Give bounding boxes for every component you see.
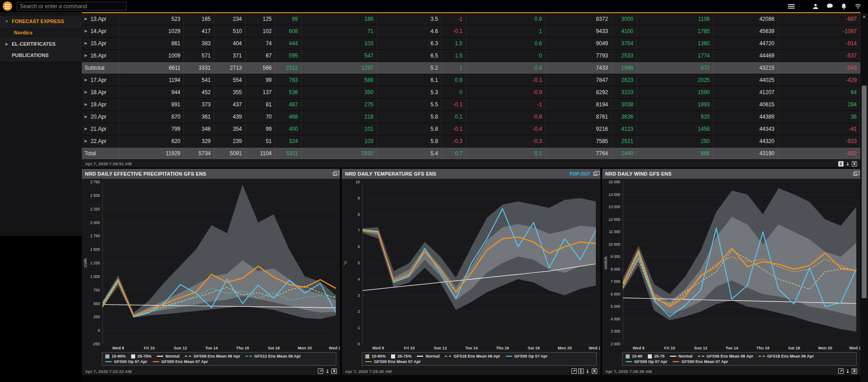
download-icon[interactable]: ↓ — [585, 368, 590, 374]
table-cell: -914 — [778, 38, 860, 49]
svg-text:Tue 14: Tue 14 — [726, 346, 738, 350]
svg-text:10 000: 10 000 — [609, 242, 620, 247]
table-row[interactable]: Total11929573450911104531129325.40.70.17… — [82, 148, 860, 160]
svg-text:Mon 20: Mon 20 — [818, 346, 832, 350]
legend-item: 10-90 — [626, 354, 642, 358]
table-row[interactable]: ▶21.Apr799346354994001015.8-0.1-0.492164… — [82, 123, 860, 135]
legend-label: GFS00 Op 07 Apr — [634, 359, 668, 364]
table-row[interactable]: ▶14.Apr1029417510102608714.6-0.119433410… — [82, 25, 860, 38]
external-link-icon[interactable]: ↗ — [318, 368, 323, 374]
row-expand-icon[interactable]: ▶ — [85, 50, 87, 62]
table-cell: 350 — [302, 86, 377, 98]
table-row[interactable]: ▶22.Apr620329239513241035.8-0.3-0.375852… — [82, 135, 860, 148]
table-cell: 5734 — [184, 148, 214, 159]
row-expand-icon[interactable]: ▶ — [85, 38, 87, 49]
external-link-icon[interactable]: ↗ — [838, 368, 844, 374]
sidebar-item-el-certificates[interactable]: ▶EL-CERTIFICATES — [0, 38, 82, 50]
table-row[interactable]: ▶20.Apr870361439704682185.80.1-0.6876136… — [82, 111, 860, 123]
popout-icon[interactable] — [853, 172, 857, 176]
table-row[interactable]: ▶16.Apr1009571371675955476.51.5077932533… — [82, 50, 860, 62]
table-cell: 44720 — [713, 38, 778, 49]
table-cell: 44389 — [713, 111, 778, 123]
bell-icon[interactable] — [841, 3, 847, 10]
chart-legend: 10-90%25-75%NormalGFS06 Ens Mean 06 AprG… — [102, 352, 336, 366]
svg-text:GWh: GWh — [83, 258, 88, 268]
vertical-scrollbar[interactable]: ▲ — [860, 13, 868, 382]
table-cell: 1029 — [119, 25, 184, 37]
popout-link[interactable]: POP-OUT — [570, 172, 590, 177]
external-link-icon[interactable]: ↗ — [571, 368, 577, 374]
scrollbar-thumb[interactable] — [862, 86, 867, 298]
excel-export-icon[interactable]: X — [852, 161, 857, 167]
info-icon[interactable]: i — [838, 161, 844, 167]
table-cell: -402 — [778, 148, 860, 159]
chart-plot[interactable]: -25002505007501 0001 2501 5001 7502 0002… — [82, 179, 340, 351]
download-icon[interactable]: ↓ — [845, 368, 850, 374]
table-cell: 487 — [275, 99, 302, 110]
table-cell: 1458 — [637, 123, 713, 135]
row-expand-icon[interactable]: ▶ — [85, 135, 87, 147]
chart-footer: Apr 7, 2020 7:25:30 AM↗1↓X — [342, 367, 600, 375]
wifi-icon[interactable] — [854, 3, 862, 9]
download-icon[interactable]: ↓ — [325, 368, 330, 374]
table-row[interactable]: ▶17.Apr1194541554997835886.10.9-0.178472… — [82, 74, 860, 86]
svg-text:3: 3 — [358, 293, 360, 298]
chart-plot[interactable]: 012345678910Wed 8Fri 10Sun 12Tue 14Thu 1… — [342, 179, 600, 351]
table-row[interactable]: ▶19.Apr891373437814872755.5-0.1-18194303… — [82, 99, 860, 111]
table-row[interactable]: Subtotal661133312713566231212975.210.474… — [82, 62, 860, 74]
table-cell: 64 — [778, 86, 860, 98]
svg-text:6 000: 6 000 — [610, 292, 620, 296]
row-label-cell: ▶15.Apr — [82, 38, 119, 49]
legend-label: 25-75% — [137, 354, 151, 358]
chart-header-actions — [853, 172, 857, 176]
svg-text:Thu 16: Thu 16 — [496, 346, 509, 350]
table-cell: 0.6 — [466, 38, 546, 49]
legend-label: Normal — [679, 354, 693, 358]
excel-export-icon[interactable]: X — [331, 368, 337, 374]
svg-text:5: 5 — [358, 261, 360, 265]
svg-text:Fri 10: Fri 10 — [404, 346, 415, 350]
sidebar-item-forecast-express[interactable]: ▼FORECAST EXPRESS — [0, 16, 82, 27]
excel-export-icon[interactable]: X — [852, 368, 857, 374]
legend-item: Normal — [670, 354, 693, 358]
table-row[interactable]: ▶15.Apr861383404744441036.31.50.69049375… — [82, 38, 860, 50]
chart-footer-icons: ↗↓X — [838, 368, 857, 374]
excel-export-icon[interactable]: X — [592, 368, 597, 374]
download-icon[interactable]: ↓ — [845, 161, 850, 167]
popout-icon[interactable] — [593, 172, 597, 176]
scroll-up-icon[interactable]: ▲ — [860, 13, 868, 20]
row-expand-icon[interactable]: ▶ — [85, 74, 87, 86]
chart-plot[interactable]: 2 0003 0004 0005 0006 0007 0008 0009 000… — [602, 179, 860, 351]
legend-swatch — [105, 361, 112, 362]
image-count-icon[interactable]: 1 — [578, 368, 584, 374]
table-cell: 404 — [214, 38, 245, 49]
row-expand-icon[interactable]: ▶ — [85, 86, 87, 98]
row-expand-icon[interactable]: ▶ — [85, 25, 87, 37]
chart-panel-2: NRD DAILY TEMPERATURE GFS ENSPOP-OUT0123… — [342, 169, 600, 375]
sidebar-item-nordics[interactable]: Nordics — [0, 27, 82, 38]
table-row[interactable]: ▶13.Apr523165234125991893.5-10.883723000… — [82, 13, 860, 25]
table-cell: 4100 — [612, 25, 637, 37]
row-expand-icon[interactable]: ▶ — [85, 99, 87, 110]
search-input[interactable] — [17, 2, 127, 10]
table-cell: 189 — [302, 13, 377, 25]
legend-swatch — [391, 354, 395, 358]
row-expand-icon[interactable]: ▶ — [85, 111, 87, 123]
user-icon[interactable] — [812, 3, 819, 10]
row-expand-icon[interactable]: ▶ — [85, 13, 87, 25]
chart-footer: Apr 7, 2020 7:26:38 AM↗↓X — [602, 367, 860, 375]
table-cell: 42086 — [713, 13, 778, 25]
table-row[interactable]: ▶18.Apr9444523551375363505.30-0.98292310… — [82, 86, 860, 99]
chat-icon[interactable] — [826, 3, 833, 10]
table-timestamp: Apr 7, 2020 7:26:51 AM — [85, 161, 132, 166]
chart-header: NRD DAILY WIND GFS ENS — [602, 169, 860, 179]
svg-text:7: 7 — [358, 228, 360, 233]
app-logo-icon[interactable] — [3, 1, 12, 11]
table-cell: 1360 — [637, 38, 713, 49]
menu-icon[interactable] — [788, 4, 795, 9]
row-expand-icon[interactable]: ▶ — [85, 123, 87, 135]
popout-icon[interactable] — [333, 172, 337, 176]
legend-label: GFS00 Ens Mean 07 Apr — [681, 359, 728, 364]
table-cell: 1590 — [637, 86, 713, 98]
sidebar-item-publications[interactable]: PUBLICATIONS — [0, 50, 82, 61]
